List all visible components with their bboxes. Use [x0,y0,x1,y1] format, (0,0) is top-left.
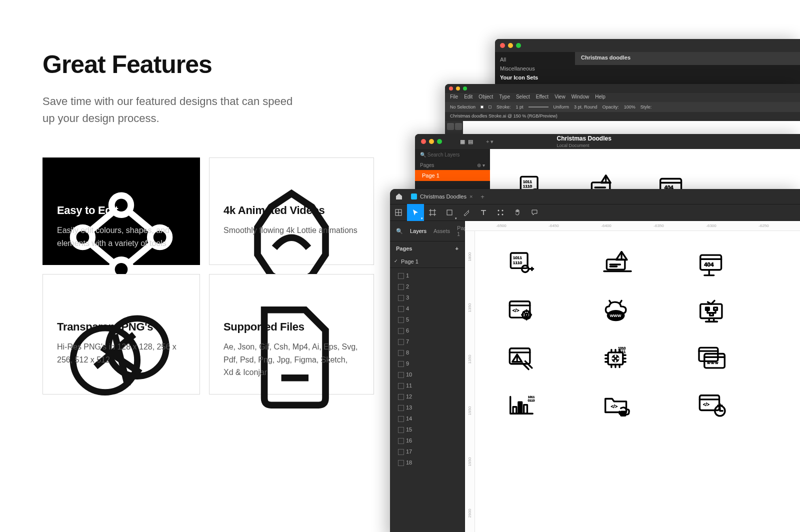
layer-item[interactable]: 17 [390,446,464,457]
maximize-icon[interactable] [437,139,442,144]
close-icon[interactable] [449,86,453,90]
search-layers-input[interactable]: 🔍 Search Layers [415,149,490,160]
minimize-icon[interactable] [456,86,460,90]
add-page-icon[interactable]: ⊕ ▾ [477,162,485,168]
layers-tab[interactable]: Layers [410,228,426,234]
figma-menu-icon[interactable] [390,204,407,221]
panel-tabs: 🔍 Layers Assets Page 1 ▾ [390,221,464,241]
sidebar-sets-header: Your Icon Sets [500,73,570,82]
layer-item[interactable]: 12 [390,391,464,402]
comment-tool-icon[interactable] [526,204,543,221]
menu-help[interactable]: Help [595,94,606,101]
page-item[interactable]: Page 1 [390,256,464,268]
stroke-value[interactable]: 1 pt [516,104,524,110]
layer-item[interactable]: 16 [390,435,464,446]
tool-icon[interactable] [447,123,454,130]
menu-window[interactable]: Window [572,94,590,101]
opacity-label: Opacity: [602,104,619,110]
svg-text:404: 404 [704,262,714,268]
assets-tab[interactable]: Assets [434,228,450,234]
sidebar-misc[interactable]: Miscellaneous [500,64,570,73]
menu-select[interactable]: Select [516,94,530,101]
layer-item[interactable]: 7 [390,336,464,347]
menu-effect[interactable]: Effect [536,94,548,101]
layer-item[interactable]: 11 [390,380,464,391]
window-controls [445,84,800,93]
hero-section: Great Features Save time with our featur… [42,50,368,127]
close-icon[interactable] [421,139,426,144]
figma-canvas[interactable]: -6500-6450-6400-6350-6300-6250 180013501… [465,221,800,532]
ruler-tick: -6350 [654,224,664,228]
view-grid-icon[interactable]: ▤ [468,138,473,145]
hand-tool-icon[interactable] [509,204,526,221]
pen-tool-icon[interactable] [458,204,475,221]
fill-swatch-icon[interactable] [480,106,484,108]
circles-icon [57,290,186,308]
page-item-1[interactable]: Page 1 [415,170,490,181]
ruler-tick: 1350 [468,355,472,364]
layer-item[interactable]: 9 [390,358,464,369]
layer-item[interactable]: 5 [390,314,464,325]
bar-chart-icon[interactable]: 10110110 [505,392,540,419]
maximize-icon[interactable] [516,43,521,48]
stroke-swatch-icon[interactable] [488,106,492,108]
folder-code-icon[interactable]: </> [600,392,635,419]
search-icon[interactable]: 🔍 [396,228,403,234]
binary-file-icon[interactable]: 10111110 [505,251,540,278]
figma-home-icon[interactable] [395,192,403,200]
new-tab-icon[interactable]: + [480,193,484,200]
close-icon[interactable] [500,43,505,48]
svg-rect-48 [518,402,522,414]
layer-item[interactable]: 14 [390,413,464,424]
resources-tool-icon[interactable] [492,204,509,221]
minimize-icon[interactable] [429,139,434,144]
text-tool-icon[interactable] [475,204,492,221]
stroke-preview-icon [528,106,548,108]
cloud-www-icon[interactable]: WWW [600,298,635,325]
svg-point-18 [498,210,500,212]
opacity-value[interactable]: 100% [624,104,636,110]
minimize-icon[interactable] [508,43,513,48]
tv-network-icon[interactable] [695,298,730,325]
brush-preset[interactable]: 3 pt. Round [574,104,598,110]
layer-item[interactable]: 3 [390,292,464,303]
browser-404-icon[interactable]: 404 [695,251,730,278]
layer-item[interactable]: 2 [390,281,464,292]
ruler-tick: 1950 [468,458,472,466]
browser-gear-icon[interactable]: </> [505,298,540,325]
svg-text:</>: </> [512,308,520,313]
layer-item[interactable]: 1 [390,270,464,281]
browser-www-icon[interactable]: w·w·w [695,345,730,372]
layer-item[interactable]: 4 [390,303,464,314]
figma-file-tab[interactable]: Christmas Doodles × [407,192,476,202]
add-button[interactable]: + ▾ [486,138,494,145]
frame-tool-icon[interactable] [424,204,441,221]
sidebar-all[interactable]: All [500,55,570,64]
layer-item[interactable]: 8 [390,347,464,358]
browser-warning-icon[interactable] [505,345,540,372]
chip-gear-icon[interactable]: 10101111 [600,345,635,372]
move-tool-icon[interactable]: ▾ [407,204,424,221]
layer-item[interactable]: 10 [390,369,464,380]
add-page-icon[interactable]: + [456,246,458,252]
menu-view[interactable]: View [554,94,566,101]
close-tab-icon[interactable]: × [470,194,472,200]
feature-card-edit: Easy to Edit Easily edit colours, shapes… [42,158,200,265]
menu-type[interactable]: Type [499,94,510,101]
layer-item[interactable]: 6 [390,325,464,336]
menu-file[interactable]: File [450,94,458,101]
maximize-icon[interactable] [463,86,467,90]
sidebar-toggle-icon[interactable]: ▦ [460,138,465,145]
tool-icon[interactable] [455,123,462,130]
shape-tool-icon[interactable]: ▾ [441,204,458,221]
browser-timer-icon[interactable]: </> [695,392,730,419]
svg-text:</>: </> [611,404,618,409]
menu-object[interactable]: Object [478,94,493,101]
layer-item[interactable]: 15 [390,424,464,435]
illustrator-doc-tab[interactable]: Christmas doodles Stroke.ai @ 150 % (RGB… [445,112,800,121]
stroke-profile[interactable]: Uniform [554,104,570,110]
layer-item[interactable]: 13 [390,402,464,413]
menu-edit[interactable]: Edit [464,94,472,101]
laptop-warning-icon[interactable] [600,251,635,278]
layer-item[interactable]: 18 [390,457,464,468]
